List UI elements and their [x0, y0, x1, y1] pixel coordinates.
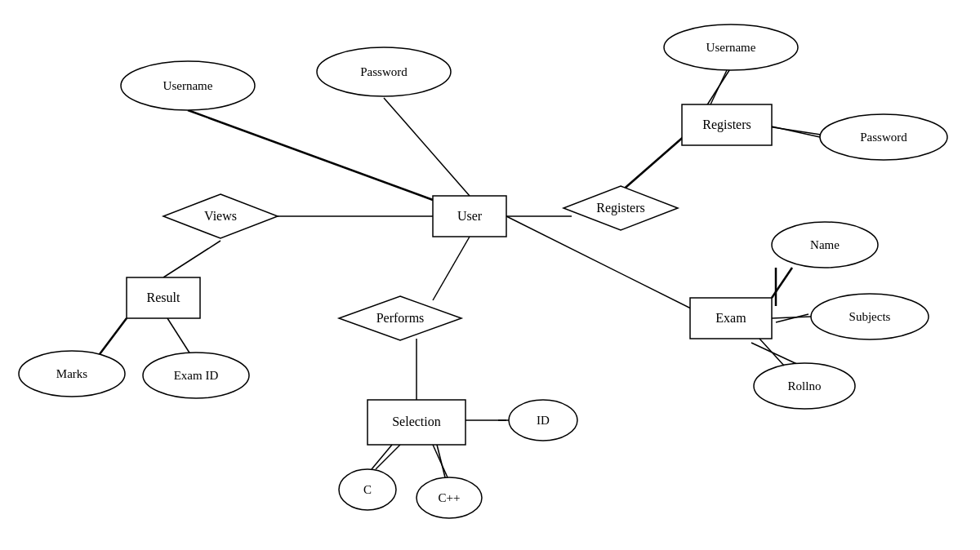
subjects-label: Subjects	[849, 310, 891, 323]
svg-line-10	[433, 237, 470, 300]
result-entity-label: Result	[147, 291, 180, 304]
exam-entity-label: Exam	[715, 311, 746, 325]
svg-line-1	[384, 98, 470, 196]
views-label: Views	[204, 209, 237, 223]
svg-line-14	[437, 445, 445, 477]
svg-line-20	[772, 317, 811, 318]
registers-label: Registers	[596, 201, 645, 215]
er-diagram: Views Registers Performs User Result Sel…	[0, 0, 980, 550]
svg-line-24	[433, 445, 448, 477]
svg-line-5	[167, 318, 192, 357]
registers-entity-label: Registers	[702, 118, 751, 132]
marks-label: Marks	[56, 367, 87, 380]
svg-line-18	[751, 343, 800, 366]
rollno-label: Rollno	[788, 379, 822, 393]
svg-line-21	[760, 339, 784, 366]
svg-line-0	[188, 110, 433, 200]
cpp-label: C++	[439, 491, 461, 504]
svg-line-26	[772, 126, 820, 137]
examid-label: Exam ID	[174, 369, 219, 382]
password2-label: Password	[860, 131, 907, 144]
name-label: Name	[810, 238, 840, 251]
svg-line-25	[710, 70, 727, 104]
user-entity-label: User	[457, 209, 483, 223]
id-label: ID	[537, 414, 550, 427]
performs-label: Performs	[376, 311, 425, 325]
username1-label: Username	[163, 79, 213, 92]
selection-entity-label: Selection	[392, 415, 441, 428]
c-label: C	[363, 483, 372, 496]
svg-line-15	[506, 216, 702, 314]
svg-line-3	[163, 241, 220, 277]
svg-line-23	[372, 445, 392, 469]
password1-label: Password	[360, 65, 408, 78]
svg-line-13	[376, 445, 400, 469]
username2-label: Username	[706, 41, 756, 54]
svg-line-7	[621, 135, 686, 192]
